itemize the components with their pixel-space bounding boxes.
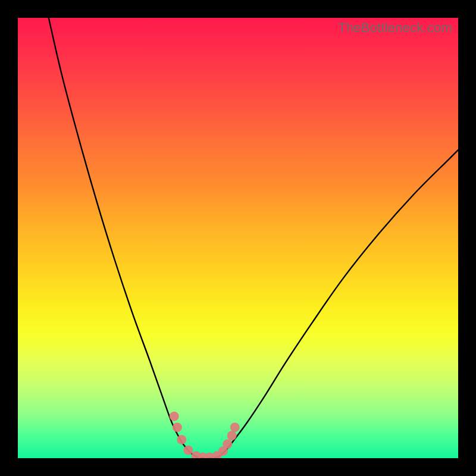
plot-area: TheBottleneck.com xyxy=(18,18,458,458)
markers-group xyxy=(170,412,240,458)
marker-point xyxy=(227,431,237,440)
marker-point xyxy=(173,422,182,432)
marker-point xyxy=(170,412,179,421)
series-right-curve xyxy=(218,150,458,457)
marker-point xyxy=(223,439,232,449)
marker-point xyxy=(177,435,186,444)
marker-point xyxy=(183,446,193,455)
series-left-curve xyxy=(49,18,196,457)
curves-group xyxy=(49,18,458,458)
watermark-text: TheBottleneck.com xyxy=(338,20,452,36)
chart-svg xyxy=(18,18,458,458)
marker-point xyxy=(230,422,240,432)
chart-frame: TheBottleneck.com xyxy=(0,0,476,476)
